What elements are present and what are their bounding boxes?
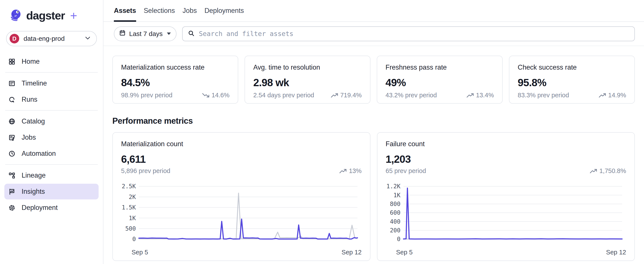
line-chart-materialization-count: 05001K1.5K2K2.5K xyxy=(121,182,362,245)
grid-icon xyxy=(8,58,16,65)
sidebar-item-catalog[interactable]: Catalog xyxy=(4,114,98,129)
search-box xyxy=(182,26,635,41)
sidebar-item-home[interactable]: Home xyxy=(4,54,98,70)
metric-title: Check success rate xyxy=(518,64,626,71)
sidebar-divider xyxy=(5,72,98,73)
chart-trend: 13% xyxy=(339,167,362,174)
metric-value: 84.5% xyxy=(121,76,230,88)
section-heading-performance-metrics: Performance metrics xyxy=(112,116,635,126)
chart-title: Failure count xyxy=(386,140,626,148)
svg-text:1.2K: 1.2K xyxy=(386,183,400,190)
sidebar-nav: Home Timeline Runs Catalog Jobs xyxy=(0,54,103,216)
svg-text:1K: 1K xyxy=(393,192,400,198)
sidebar-item-label: Home xyxy=(22,58,40,66)
svg-text:2.5K: 2.5K xyxy=(122,183,136,190)
metric-change: 719.4% xyxy=(340,92,362,99)
tab-selections[interactable]: Selections xyxy=(144,0,175,22)
chart-value: 1,203 xyxy=(386,153,626,165)
lineage-icon xyxy=(8,172,16,179)
metric-trend: 14.9% xyxy=(598,92,626,99)
tab-deployments[interactable]: Deployments xyxy=(204,0,244,22)
chart-value: 6,611 xyxy=(121,153,362,165)
metric-value: 49% xyxy=(386,76,494,88)
catalog-icon xyxy=(8,118,16,125)
metric-prev-period: 2.54 days prev period xyxy=(253,92,314,99)
sidebar-item-label: Deployment xyxy=(22,204,58,212)
insights-icon xyxy=(8,188,16,195)
svg-text:1K: 1K xyxy=(129,215,136,222)
metric-title: Freshness pass rate xyxy=(386,64,494,71)
x-axis-start-label: Sep 5 xyxy=(132,249,148,256)
sidebar-divider xyxy=(5,164,98,165)
trend-up-icon xyxy=(331,93,338,98)
chart-prev-period: 5,896 prev period xyxy=(121,167,170,174)
trend-up-icon xyxy=(590,168,597,174)
search-icon xyxy=(188,30,195,38)
metric-card-check-success-rate: Check success rate 95.8% 83.3% prev peri… xyxy=(509,56,635,104)
trend-up-icon xyxy=(466,93,474,98)
sidebar-item-insights[interactable]: Insights xyxy=(4,184,98,200)
tab-assets[interactable]: Assets xyxy=(114,0,136,22)
svg-text:2K: 2K xyxy=(129,194,136,200)
deployment-selector[interactable]: D data-eng-prod xyxy=(6,31,97,46)
sidebar-item-label: Lineage xyxy=(22,172,46,179)
svg-text:0: 0 xyxy=(397,236,400,242)
tab-jobs[interactable]: Jobs xyxy=(182,0,197,22)
date-range-button[interactable]: Last 7 days xyxy=(114,26,176,41)
main-area: Assets Selections Jobs Deployments Last … xyxy=(104,0,644,264)
sidebar-item-runs[interactable]: Runs xyxy=(4,92,98,107)
svg-text:800: 800 xyxy=(390,200,400,207)
metric-change: 14.6% xyxy=(212,92,230,99)
app-root: dagster + D data-eng-prod Home Timeline … xyxy=(0,0,644,264)
trend-down-icon xyxy=(202,93,210,98)
sidebar-item-label: Insights xyxy=(22,188,45,196)
sidebar-item-jobs[interactable]: Jobs xyxy=(4,130,98,145)
runs-icon xyxy=(8,96,16,103)
sidebar-item-label: Catalog xyxy=(22,118,45,125)
trend-up-icon xyxy=(339,168,347,174)
chart-change: 1,750.8% xyxy=(599,167,626,174)
chart-card-failure-count: Failure count 1,203 65 prev period 1,750… xyxy=(377,132,635,261)
search-input[interactable] xyxy=(199,30,629,38)
brand-logo[interactable]: dagster + xyxy=(0,8,103,23)
chart-change: 13% xyxy=(349,167,362,174)
line-chart-failure-count: 02004006008001K1.2K xyxy=(386,182,626,245)
sidebar-divider xyxy=(5,110,98,110)
sidebar: dagster + D data-eng-prod Home Timeline … xyxy=(0,0,104,264)
sidebar-item-timeline[interactable]: Timeline xyxy=(4,76,98,91)
svg-text:200: 200 xyxy=(390,227,400,234)
brand-plus: + xyxy=(70,8,77,23)
chart-card-materialization-count: Materialization count 6,611 5,896 prev p… xyxy=(112,132,370,261)
sidebar-item-label: Jobs xyxy=(22,134,36,142)
sidebar-item-deployment[interactable]: Deployment xyxy=(4,200,98,216)
metric-prev-period: 98.9% prev period xyxy=(121,92,172,99)
metric-value: 95.8% xyxy=(518,76,626,88)
dagster-octopus-icon xyxy=(9,8,23,23)
chart-title: Materialization count xyxy=(121,140,362,148)
x-axis-start-label: Sep 5 xyxy=(396,249,413,256)
chart-card-row: Materialization count 6,611 5,896 prev p… xyxy=(112,132,635,261)
sidebar-item-lineage[interactable]: Lineage xyxy=(4,168,98,183)
metric-card-freshness-pass-rate: Freshness pass rate 49% 43.2% prev perio… xyxy=(377,56,503,104)
metric-trend: 719.4% xyxy=(331,92,362,99)
metric-card-avg-time-to-resolution: Avg. time to resolution 2.98 wk 2.54 day… xyxy=(244,56,370,104)
metric-change: 14.9% xyxy=(608,92,626,99)
brand-wordmark: dagster xyxy=(26,9,65,22)
svg-text:0: 0 xyxy=(132,236,136,242)
sidebar-item-automation[interactable]: Automation xyxy=(4,146,98,162)
deployment-avatar: D xyxy=(10,34,19,44)
chart-prev-period: 65 prev period xyxy=(386,167,426,174)
clock-icon xyxy=(8,150,16,157)
metric-trend: 14.6% xyxy=(202,92,230,99)
x-axis-end-label: Sep 12 xyxy=(342,249,362,256)
metric-trend: 13.4% xyxy=(466,92,494,99)
top-tabbar: Assets Selections Jobs Deployments xyxy=(104,0,644,22)
x-axis-end-label: Sep 12 xyxy=(606,249,626,256)
caret-down-icon xyxy=(167,32,171,35)
chevron-down-icon xyxy=(85,36,90,41)
svg-text:400: 400 xyxy=(390,218,400,225)
date-range-label: Last 7 days xyxy=(129,30,162,38)
svg-text:600: 600 xyxy=(390,209,400,216)
svg-text:1.5K: 1.5K xyxy=(122,204,136,211)
metric-prev-period: 83.3% prev period xyxy=(518,92,569,99)
